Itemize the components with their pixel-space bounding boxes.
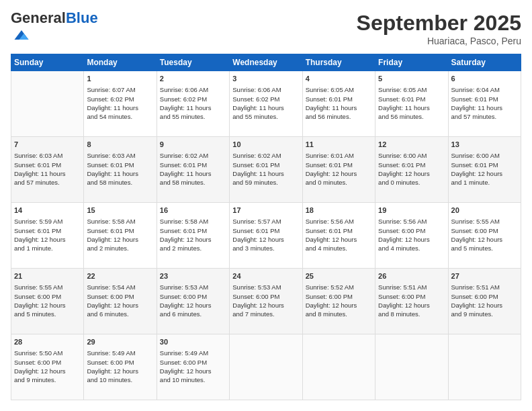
calendar-cell: 8Sunrise: 6:03 AMSunset: 6:01 PMDaylight… [84, 137, 157, 203]
calendar-cell: 27Sunrise: 5:51 AMSunset: 6:00 PMDayligh… [448, 269, 521, 334]
day-number: 5 [378, 74, 445, 84]
day-of-week-header: Saturday [448, 54, 521, 71]
calendar-cell: 14Sunrise: 5:59 AMSunset: 6:01 PMDayligh… [11, 203, 84, 269]
calendar-cell: 5Sunrise: 6:05 AMSunset: 6:01 PMDaylight… [375, 71, 448, 137]
calendar-cell: 3Sunrise: 6:06 AMSunset: 6:02 PMDaylight… [230, 71, 302, 137]
calendar-cell [11, 71, 84, 137]
day-of-week-header: Monday [84, 54, 157, 71]
day-number: 22 [87, 271, 153, 281]
day-of-week-header: Friday [375, 54, 448, 71]
calendar-cell: 16Sunrise: 5:58 AMSunset: 6:01 PMDayligh… [157, 203, 229, 269]
day-number: 29 [87, 337, 153, 347]
day-number: 11 [306, 140, 372, 150]
calendar-cell: 28Sunrise: 5:50 AMSunset: 6:00 PMDayligh… [11, 334, 84, 400]
day-number: 14 [14, 205, 81, 216]
day-of-week-header: Tuesday [157, 54, 229, 71]
calendar-cell: 12Sunrise: 6:00 AMSunset: 6:01 PMDayligh… [375, 137, 448, 203]
day-number: 3 [232, 74, 299, 84]
calendar-cell: 6Sunrise: 6:04 AMSunset: 6:01 PMDaylight… [448, 71, 521, 137]
logo-text: GeneralBlue [11, 11, 98, 26]
day-number: 1 [87, 74, 153, 84]
day-number: 8 [87, 140, 153, 150]
day-number: 9 [160, 140, 226, 150]
day-number: 30 [160, 337, 226, 347]
calendar-cell: 10Sunrise: 6:02 AMSunset: 6:01 PMDayligh… [230, 137, 302, 203]
day-number: 6 [451, 74, 518, 84]
day-number: 12 [378, 140, 445, 150]
calendar-cell: 1Sunrise: 6:07 AMSunset: 6:02 PMDaylight… [84, 71, 157, 137]
calendar-table: SundayMondayTuesdayWednesdayThursdayFrid… [11, 54, 521, 400]
calendar-cell: 9Sunrise: 6:02 AMSunset: 6:01 PMDaylight… [157, 137, 229, 203]
calendar-week-row: 7Sunrise: 6:03 AMSunset: 6:01 PMDaylight… [11, 137, 521, 203]
calendar-cell: 15Sunrise: 5:58 AMSunset: 6:01 PMDayligh… [84, 203, 157, 269]
calendar-cell: 18Sunrise: 5:56 AMSunset: 6:01 PMDayligh… [302, 203, 375, 269]
day-number: 19 [378, 205, 445, 216]
day-number: 27 [451, 271, 518, 281]
calendar-cell: 11Sunrise: 6:01 AMSunset: 6:01 PMDayligh… [302, 137, 375, 203]
calendar-cell: 26Sunrise: 5:51 AMSunset: 6:00 PMDayligh… [375, 269, 448, 334]
day-number: 24 [232, 271, 299, 281]
calendar-cell: 7Sunrise: 6:03 AMSunset: 6:01 PMDaylight… [11, 137, 84, 203]
header: GeneralBlue September 2025 Huariaca, Pas… [11, 11, 521, 47]
calendar-week-row: 21Sunrise: 5:55 AMSunset: 6:00 PMDayligh… [11, 269, 521, 334]
calendar-cell: 25Sunrise: 5:52 AMSunset: 6:00 PMDayligh… [302, 269, 375, 334]
day-number: 2 [160, 74, 226, 84]
calendar-cell: 2Sunrise: 6:06 AMSunset: 6:02 PMDaylight… [157, 71, 229, 137]
page: GeneralBlue September 2025 Huariaca, Pas… [0, 0, 532, 411]
calendar-cell: 20Sunrise: 5:55 AMSunset: 6:00 PMDayligh… [448, 203, 521, 269]
calendar-cell: 30Sunrise: 5:49 AMSunset: 6:00 PMDayligh… [157, 334, 229, 400]
calendar-cell: 13Sunrise: 6:00 AMSunset: 6:01 PMDayligh… [448, 137, 521, 203]
day-number: 15 [87, 205, 153, 216]
day-number: 28 [14, 337, 81, 347]
calendar-week-row: 1Sunrise: 6:07 AMSunset: 6:02 PMDaylight… [11, 71, 521, 137]
day-number: 4 [306, 74, 372, 84]
day-of-week-header: Sunday [11, 54, 84, 71]
day-number: 10 [232, 140, 299, 150]
day-number: 23 [160, 271, 226, 281]
day-number: 17 [232, 205, 299, 216]
day-number: 18 [306, 205, 372, 216]
calendar-cell [302, 334, 375, 400]
calendar-header-row: SundayMondayTuesdayWednesdayThursdayFrid… [11, 54, 521, 71]
calendar-cell: 21Sunrise: 5:55 AMSunset: 6:00 PMDayligh… [11, 269, 84, 334]
day-of-week-header: Thursday [302, 54, 375, 71]
day-number: 26 [378, 271, 445, 281]
day-number: 16 [160, 205, 226, 216]
day-number: 20 [451, 205, 518, 216]
calendar-body: 1Sunrise: 6:07 AMSunset: 6:02 PMDaylight… [11, 71, 521, 400]
logo: GeneralBlue [11, 11, 98, 47]
calendar-cell: 17Sunrise: 5:57 AMSunset: 6:01 PMDayligh… [230, 203, 302, 269]
day-number: 7 [14, 140, 81, 150]
logo-general: General [11, 9, 66, 26]
day-number: 13 [451, 140, 518, 150]
calendar-cell: 4Sunrise: 6:05 AMSunset: 6:01 PMDaylight… [302, 71, 375, 137]
logo-blue: Blue [66, 9, 98, 26]
logo-icon [12, 26, 31, 44]
calendar-cell: 24Sunrise: 5:53 AMSunset: 6:00 PMDayligh… [230, 269, 302, 334]
title-block: September 2025 Huariaca, Pasco, Peru [357, 11, 521, 46]
calendar-cell [448, 334, 521, 400]
calendar-cell: 19Sunrise: 5:56 AMSunset: 6:00 PMDayligh… [375, 203, 448, 269]
calendar-cell: 29Sunrise: 5:49 AMSunset: 6:00 PMDayligh… [84, 334, 157, 400]
subtitle: Huariaca, Pasco, Peru [357, 36, 521, 46]
month-title: September 2025 [357, 11, 521, 36]
calendar-header: SundayMondayTuesdayWednesdayThursdayFrid… [11, 54, 521, 71]
calendar-cell [230, 334, 302, 400]
day-number: 21 [14, 271, 81, 281]
calendar-cell: 22Sunrise: 5:54 AMSunset: 6:00 PMDayligh… [84, 269, 157, 334]
calendar-cell: 23Sunrise: 5:53 AMSunset: 6:00 PMDayligh… [157, 269, 229, 334]
day-number: 25 [306, 271, 372, 281]
calendar-week-row: 28Sunrise: 5:50 AMSunset: 6:00 PMDayligh… [11, 334, 521, 400]
calendar-cell [375, 334, 448, 400]
day-of-week-header: Wednesday [230, 54, 302, 71]
calendar-week-row: 14Sunrise: 5:59 AMSunset: 6:01 PMDayligh… [11, 203, 521, 269]
